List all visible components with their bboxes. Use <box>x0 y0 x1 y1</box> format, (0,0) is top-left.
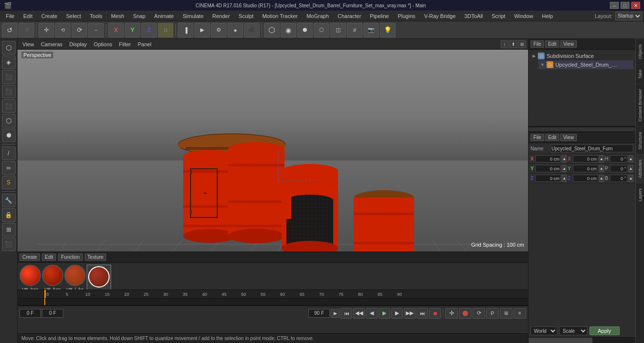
select-edge-button[interactable]: ⬛ <box>2 85 16 98</box>
attr-file-btn[interactable]: File <box>530 134 544 141</box>
play-button[interactable]: ▶ <box>379 308 390 319</box>
tab-structure[interactable]: Structure <box>636 126 644 155</box>
vp-display-menu[interactable]: Display <box>66 40 90 48</box>
loop-button[interactable]: ∞ <box>2 161 16 175</box>
menu-tools[interactable]: Tools <box>86 12 106 20</box>
brush-button[interactable]: ⬛ <box>2 237 16 251</box>
redo-button[interactable]: ↺ <box>19 23 34 37</box>
z-axis-button[interactable]: Z <box>141 23 157 37</box>
keyframe-grid-button[interactable]: ⊞ <box>500 308 512 319</box>
menu-render[interactable]: Render <box>208 12 234 20</box>
y-pos-up-btn[interactable]: ▲ <box>562 165 567 172</box>
magnet-button[interactable]: 🔧 <box>2 194 16 207</box>
y-axis-button[interactable]: Y <box>125 23 140 37</box>
render-queue-button[interactable]: ⬛ <box>244 23 260 37</box>
menu-window[interactable]: Window <box>510 12 537 20</box>
y-position-input[interactable] <box>535 165 561 172</box>
grid-button[interactable]: ⊞ <box>2 223 16 236</box>
menu-script[interactable]: Script <box>488 12 509 20</box>
tab-objects[interactable]: Objects <box>636 39 644 64</box>
scale-tool-button[interactable]: ⟲ <box>55 23 71 37</box>
z-size-input[interactable] <box>573 175 598 182</box>
object-tool-button[interactable]: ⬡ <box>2 114 16 127</box>
undo-button[interactable]: ↺ <box>2 23 18 37</box>
goto-end-button[interactable]: ⏭ <box>417 308 428 319</box>
scale-select[interactable]: Scale Freeze <box>559 326 587 335</box>
vp-cameras-menu[interactable]: Cameras <box>38 40 66 48</box>
lock-button[interactable]: 🔒 <box>2 208 16 222</box>
right-panel-scrollbar[interactable] <box>529 337 635 343</box>
h-input[interactable] <box>610 155 627 162</box>
next-frame-button[interactable]: ▶ <box>391 308 403 319</box>
obj-file-btn[interactable]: File <box>530 40 544 48</box>
menu-file[interactable]: File <box>2 12 19 20</box>
menu-mesh[interactable]: Mesh <box>107 12 128 20</box>
obj-edit-btn[interactable]: Edit <box>545 40 559 48</box>
camera-button[interactable]: 📷 <box>363 23 379 37</box>
render-region-button[interactable]: ▐ <box>178 23 193 37</box>
vp-filter-menu[interactable]: Filter <box>116 40 133 48</box>
menu-help[interactable]: Help <box>538 12 557 20</box>
timeline-ruler[interactable]: 0 5 10 15 20 25 30 35 40 45 50 55 60 65 … <box>18 290 528 299</box>
auto-keyframe-button[interactable]: ⬤ <box>459 308 472 319</box>
timeline-track[interactable] <box>18 299 528 306</box>
world-select[interactable]: World Object <box>530 326 557 335</box>
render-settings-button[interactable]: ⚙ <box>211 23 227 37</box>
timeline-view-button[interactable]: ≡ <box>513 308 526 319</box>
menu-vray[interactable]: V-Ray Bridge <box>420 12 460 20</box>
interactive-render-button[interactable]: ● <box>227 23 243 37</box>
select-model-button[interactable]: ⬡ <box>2 41 16 54</box>
tab-content-browser[interactable]: Content Browser <box>636 84 644 126</box>
vp-options-menu[interactable]: Options <box>91 40 115 48</box>
vp-panel-menu[interactable]: Panel <box>135 40 154 48</box>
display-mode-button[interactable]: ◫ <box>330 23 346 37</box>
mat-edit-btn[interactable]: Edit <box>42 253 56 261</box>
z-position-input[interactable] <box>535 175 561 182</box>
object-item-barrel[interactable]: ▼ ⬡ Upcycled_Steel_Drum_Furn <box>538 60 633 69</box>
render-view-button[interactable]: ▶ <box>194 23 210 37</box>
viewport[interactable]: X Y Z Perspective Grid Spacing : 100 cm <box>18 50 528 252</box>
layout-select[interactable]: Startup <box>615 12 642 20</box>
add-keyframe-button[interactable]: ✛ <box>445 308 458 319</box>
menu-snap[interactable]: Snap <box>129 12 150 20</box>
perspective-button[interactable]: ⬡ <box>264 23 280 37</box>
tab-take[interactable]: Take <box>636 64 644 84</box>
transform-button[interactable]: ↔ <box>88 23 104 37</box>
floor-grid-button[interactable]: # <box>347 23 362 37</box>
next-key-button[interactable]: ▶▶ <box>404 308 416 319</box>
vp-view-menu[interactable]: View <box>19 40 37 48</box>
prev-frame-button[interactable]: ◀ <box>366 308 378 319</box>
x-size-input[interactable] <box>573 155 598 162</box>
x-position-input[interactable] <box>535 155 561 162</box>
attr-name-input[interactable] <box>550 144 633 152</box>
geometry-button[interactable]: ⬢ <box>297 23 313 37</box>
menu-sculpt[interactable]: Sculpt <box>235 12 258 20</box>
y-size-up-btn[interactable]: ▲ <box>599 165 604 172</box>
p-input[interactable] <box>610 165 627 172</box>
move-tool-button[interactable]: ✛ <box>38 23 54 37</box>
keyframe-p-button[interactable]: P <box>486 308 499 319</box>
menu-mograph[interactable]: MoGraph <box>303 12 333 20</box>
select-point-button[interactable]: ⬛ <box>2 99 16 113</box>
menu-animate[interactable]: Animate <box>151 12 178 20</box>
p-up-btn[interactable]: ▲ <box>628 165 633 172</box>
minimize-button[interactable]: – <box>610 2 619 9</box>
keyframe-options[interactable]: ⟳ <box>473 308 485 319</box>
x-size-up-btn[interactable]: ▲ <box>599 155 604 162</box>
close-button[interactable]: ✕ <box>631 2 640 9</box>
record-button[interactable]: ⏺ <box>429 308 441 319</box>
obj-view-btn[interactable]: View <box>560 40 577 48</box>
menu-create[interactable]: Create <box>38 12 61 20</box>
prev-key-button[interactable]: ◀◀ <box>353 308 365 319</box>
extrude-button[interactable]: ⬢ <box>2 128 16 142</box>
menu-simulate[interactable]: Simulate <box>179 12 208 20</box>
select-polygon-button[interactable]: ⬛ <box>2 70 16 84</box>
vp-settings-button[interactable]: ⊞ <box>518 40 526 48</box>
rotate-tool-button[interactable]: ⟳ <box>72 23 87 37</box>
menu-plugins[interactable]: Plugins <box>394 12 419 20</box>
all-axes-button[interactable]: □ <box>158 23 173 37</box>
current-frame-input[interactable] <box>19 309 41 318</box>
menu-motion-tracker[interactable]: Motion Tracker <box>258 12 302 20</box>
h-up-btn[interactable]: ▲ <box>628 155 633 162</box>
menu-select[interactable]: Select <box>62 12 85 20</box>
